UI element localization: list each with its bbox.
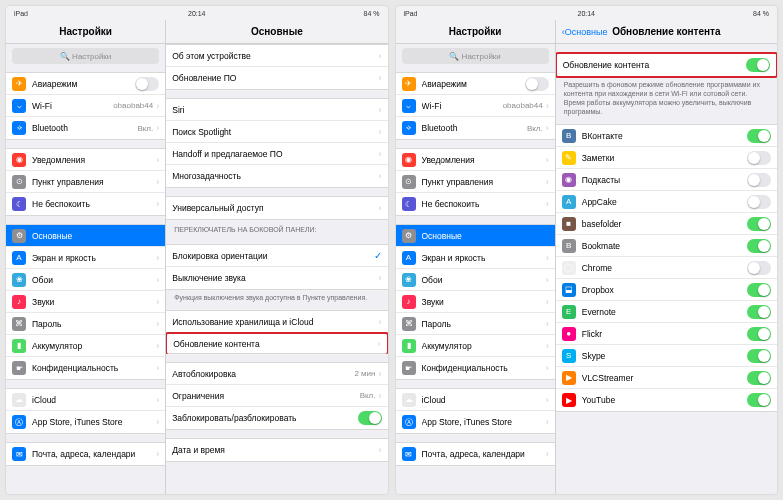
settings-row[interactable]: Автоблокировка2 мин› — [166, 363, 387, 385]
sidebar-item[interactable]: ⒶApp Store, iTunes Store› — [6, 411, 165, 433]
app-icon: ⟡ — [12, 121, 26, 135]
main-panel[interactable]: Обновление контентаРазрешить в фоновом р… — [556, 44, 777, 494]
sidebar-title: Настройки — [396, 20, 556, 43]
toggle[interactable] — [747, 261, 771, 275]
toggle[interactable] — [747, 195, 771, 209]
sidebar-item[interactable]: ⚙Основные — [6, 225, 165, 247]
app-icon: ♪ — [12, 295, 26, 309]
app-toggle-row[interactable]: ⬓Dropbox — [556, 279, 777, 301]
app-toggle-row[interactable]: ◯Chrome — [556, 257, 777, 279]
settings-row[interactable]: ОграниченияВкл.› — [166, 385, 387, 407]
sidebar-item[interactable]: AЭкран и яркость› — [6, 247, 165, 269]
toggle[interactable] — [746, 58, 770, 72]
settings-row[interactable]: Универсальный доступ› — [166, 197, 387, 219]
settings-row[interactable]: Handoff и предлагаемое ПО› — [166, 143, 387, 165]
sidebar-item[interactable]: ♪Звуки› — [396, 291, 555, 313]
app-icon: ☾ — [12, 197, 26, 211]
sidebar-item[interactable]: ⚙Основные — [396, 225, 555, 247]
app-toggle-row[interactable]: AAppCake — [556, 191, 777, 213]
back-button[interactable]: ‹ Основные — [562, 27, 608, 37]
sidebar[interactable]: 🔍 Настройки✈Авиарежим⌵Wi-Fiobaobab44›⟡Bl… — [396, 44, 556, 494]
toggle[interactable] — [747, 305, 771, 319]
chevron-icon: › — [546, 155, 549, 165]
sidebar-item[interactable]: ❀Обои› — [6, 269, 165, 291]
settings-row[interactable]: Выключение звука› — [166, 267, 387, 289]
settings-row[interactable]: Об этом устройстве› — [166, 45, 387, 67]
sidebar-item[interactable]: ▮Аккумулятор› — [396, 335, 555, 357]
sidebar-item[interactable]: ⌘Пароль› — [396, 313, 555, 335]
sidebar-item[interactable]: ☁iCloud› — [396, 389, 555, 411]
main-panel[interactable]: Об этом устройстве›Обновление ПО›Siri›По… — [166, 44, 387, 494]
app-toggle-row[interactable]: ■basefolder — [556, 213, 777, 235]
settings-row[interactable]: Обновление контента› — [166, 332, 387, 354]
sidebar-item[interactable]: ✉Почта, адреса, календари› — [396, 443, 555, 465]
toggle[interactable] — [747, 349, 771, 363]
toggle[interactable] — [747, 393, 771, 407]
app-icon: ▮ — [12, 339, 26, 353]
settings-row[interactable]: Поиск Spotlight› — [166, 121, 387, 143]
chevron-icon: › — [546, 101, 549, 111]
sidebar-item[interactable]: ♪Звуки› — [6, 291, 165, 313]
settings-row[interactable]: Использование хранилища и iCloud› — [166, 311, 387, 333]
settings-row[interactable]: Дата и время› — [166, 439, 387, 461]
app-toggle-row[interactable]: SSkype — [556, 345, 777, 367]
sidebar-item[interactable]: ⒶApp Store, iTunes Store› — [396, 411, 555, 433]
sidebar-item[interactable]: ⟡BluetoothВкл.› — [396, 117, 555, 139]
toggle[interactable] — [525, 77, 549, 91]
app-icon: ◉ — [402, 153, 416, 167]
app-toggle-row[interactable]: ▶VLCStreamer — [556, 367, 777, 389]
app-toggle-row[interactable]: BBookmate — [556, 235, 777, 257]
app-toggle-row[interactable]: BВКонтакте — [556, 125, 777, 147]
toggle[interactable] — [747, 151, 771, 165]
app-toggle-row[interactable]: ✎Заметки — [556, 147, 777, 169]
sidebar-item[interactable]: ☾Не беспокоить› — [6, 193, 165, 215]
app-icon: ☁ — [12, 393, 26, 407]
settings-row[interactable]: Блокировка ориентации✓ — [166, 245, 387, 267]
sidebar-item[interactable]: ▮Аккумулятор› — [6, 335, 165, 357]
toggle[interactable] — [135, 77, 159, 91]
sidebar-item[interactable]: ☾Не беспокоить› — [396, 193, 555, 215]
app-toggle-row[interactable]: ◉Подкасты — [556, 169, 777, 191]
toggle[interactable] — [747, 371, 771, 385]
sidebar-item[interactable]: ◉Уведомления› — [6, 149, 165, 171]
search-input[interactable]: 🔍 Настройки — [402, 48, 549, 64]
sidebar-item[interactable]: ✈Авиарежим — [396, 73, 555, 95]
chevron-icon: › — [546, 177, 549, 187]
sidebar-item[interactable]: ⌵Wi-Fiobaobab44› — [6, 95, 165, 117]
settings-row[interactable]: Обновление ПО› — [166, 67, 387, 89]
search-input[interactable]: 🔍 Настройки — [12, 48, 159, 64]
toggle[interactable] — [358, 411, 382, 425]
toggle[interactable] — [747, 129, 771, 143]
sidebar-item[interactable]: ☛Конфиденциальность› — [6, 357, 165, 379]
sidebar-item[interactable]: ✉Почта, адреса, календари› — [6, 443, 165, 465]
sidebar-item[interactable]: ⌵Wi-Fiobaobab44› — [396, 95, 555, 117]
sidebar[interactable]: 🔍 Настройки✈Авиарежим⌵Wi-Fiobaobab44›⟡Bl… — [6, 44, 166, 494]
sidebar-item[interactable]: ⌘Пароль› — [6, 313, 165, 335]
app-toggle-row[interactable]: EEvernote — [556, 301, 777, 323]
toggle[interactable] — [747, 283, 771, 297]
chevron-icon: › — [546, 449, 549, 459]
master-toggle-row[interactable]: Обновление контента — [557, 54, 776, 76]
sidebar-item[interactable]: ☁iCloud› — [6, 389, 165, 411]
sidebar-item[interactable]: ⊙Пункт управления› — [6, 171, 165, 193]
app-toggle-row[interactable]: ●Flickr — [556, 323, 777, 345]
sidebar-item[interactable]: ⟡BluetoothВкл.› — [6, 117, 165, 139]
sidebar-item[interactable]: ☛Конфиденциальность› — [396, 357, 555, 379]
app-icon: ☛ — [12, 361, 26, 375]
toggle[interactable] — [747, 173, 771, 187]
sidebar-item[interactable]: ⊙Пункт управления› — [396, 171, 555, 193]
toggle[interactable] — [747, 327, 771, 341]
sidebar-item[interactable]: ◉Уведомления› — [396, 149, 555, 171]
toggle[interactable] — [747, 239, 771, 253]
settings-row[interactable]: Многозадачность› — [166, 165, 387, 187]
sidebar-item[interactable]: AЭкран и яркость› — [396, 247, 555, 269]
sidebar-item[interactable]: ❀Обои› — [396, 269, 555, 291]
chevron-icon: › — [546, 363, 549, 373]
chevron-icon: › — [156, 395, 159, 405]
settings-row[interactable]: Siri› — [166, 99, 387, 121]
settings-row[interactable]: Заблокировать/разблокировать — [166, 407, 387, 429]
sidebar-item[interactable]: ✈Авиарежим — [6, 73, 165, 95]
toggle[interactable] — [747, 217, 771, 231]
chevron-icon: › — [546, 123, 549, 133]
app-toggle-row[interactable]: ▶YouTube — [556, 389, 777, 411]
